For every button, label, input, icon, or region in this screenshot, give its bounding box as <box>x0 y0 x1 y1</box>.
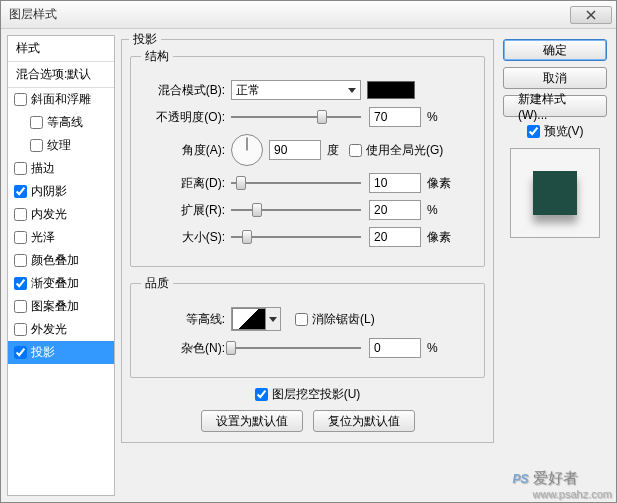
style-item-label: 斜面和浮雕 <box>31 91 91 108</box>
style-item-checkbox[interactable] <box>14 323 27 336</box>
angle-unit: 度 <box>327 142 339 159</box>
reset-default-button[interactable]: 复位为默认值 <box>313 410 415 432</box>
style-item-label: 颜色叠加 <box>31 252 79 269</box>
settings-panel: 投影 结构 混合模式(B): 正常 不透明度(O): <box>121 35 494 496</box>
style-item-label: 纹理 <box>47 137 71 154</box>
shadow-color-swatch[interactable] <box>367 81 415 99</box>
preview-input[interactable] <box>527 125 540 138</box>
style-item-label: 投影 <box>31 344 55 361</box>
spread-unit: % <box>427 203 438 217</box>
noise-slider[interactable] <box>231 339 361 357</box>
style-item-label: 光泽 <box>31 229 55 246</box>
style-item-checkbox[interactable] <box>14 208 27 221</box>
knockout-input[interactable] <box>255 388 268 401</box>
contour-picker[interactable] <box>231 307 281 331</box>
watermark: PS 爱好者 www.psahz.com <box>513 469 613 500</box>
noise-input[interactable]: 0 <box>369 338 421 358</box>
opacity-label: 不透明度(O): <box>141 109 225 126</box>
style-item-label: 渐变叠加 <box>31 275 79 292</box>
style-item[interactable]: 光泽 <box>8 226 114 249</box>
style-item-checkbox[interactable] <box>30 139 43 152</box>
style-item-label: 外发光 <box>31 321 67 338</box>
style-item[interactable]: 内发光 <box>8 203 114 226</box>
style-item[interactable]: 外发光 <box>8 318 114 341</box>
style-item-checkbox[interactable] <box>14 277 27 290</box>
style-item[interactable]: 投影 <box>8 341 114 364</box>
style-item-checkbox[interactable] <box>14 93 27 106</box>
angle-input[interactable]: 90 <box>269 140 321 160</box>
right-panel: 确定 取消 新建样式(W)... 预览(V) <box>500 35 610 496</box>
style-item[interactable]: 图案叠加 <box>8 295 114 318</box>
spread-input[interactable]: 20 <box>369 200 421 220</box>
set-default-button[interactable]: 设置为默认值 <box>201 410 303 432</box>
quality-legend: 品质 <box>141 275 173 292</box>
style-item-label: 等高线 <box>47 114 83 131</box>
global-light-checkbox[interactable]: 使用全局光(G) <box>349 142 443 159</box>
preview-box <box>510 148 600 238</box>
blending-options[interactable]: 混合选项:默认 <box>8 62 114 88</box>
contour-label: 等高线: <box>141 311 225 328</box>
close-button[interactable] <box>570 6 612 24</box>
window-title: 图层样式 <box>9 6 57 23</box>
contour-swatch-icon <box>232 308 266 330</box>
style-item-checkbox[interactable] <box>30 116 43 129</box>
chevron-down-icon <box>348 88 356 93</box>
close-icon <box>586 10 596 20</box>
style-item-checkbox[interactable] <box>14 300 27 313</box>
size-label: 大小(S): <box>141 229 225 246</box>
opacity-input[interactable]: 70 <box>369 107 421 127</box>
style-item-label: 内发光 <box>31 206 67 223</box>
opacity-unit: % <box>427 110 438 124</box>
style-item[interactable]: 纹理 <box>8 134 114 157</box>
opacity-slider[interactable] <box>231 108 361 126</box>
style-item-checkbox[interactable] <box>14 254 27 267</box>
style-item-label: 内阴影 <box>31 183 67 200</box>
antialias-checkbox[interactable]: 消除锯齿(L) <box>295 311 375 328</box>
quality-group: 品质 等高线: 消除锯齿(L) 杂色(N): <box>130 275 485 378</box>
chevron-down-icon <box>266 308 280 330</box>
angle-dial[interactable] <box>231 134 263 166</box>
noise-label: 杂色(N): <box>141 340 225 357</box>
antialias-input[interactable] <box>295 313 308 326</box>
distance-label: 距离(D): <box>141 175 225 192</box>
size-unit: 像素 <box>427 229 451 246</box>
layer-style-dialog: 图层样式 样式 混合选项:默认 斜面和浮雕等高线纹理描边内阴影内发光光泽颜色叠加… <box>0 0 617 503</box>
style-item[interactable]: 颜色叠加 <box>8 249 114 272</box>
style-item-label: 图案叠加 <box>31 298 79 315</box>
spread-label: 扩展(R): <box>141 202 225 219</box>
blend-mode-value: 正常 <box>236 82 260 99</box>
style-item[interactable]: 斜面和浮雕 <box>8 88 114 111</box>
size-slider[interactable] <box>231 228 361 246</box>
titlebar: 图层样式 <box>1 1 616 29</box>
style-item[interactable]: 渐变叠加 <box>8 272 114 295</box>
new-style-button[interactable]: 新建样式(W)... <box>503 95 607 117</box>
spread-slider[interactable] <box>231 201 361 219</box>
knockout-checkbox[interactable]: 图层挖空投影(U) <box>255 386 361 403</box>
style-item[interactable]: 内阴影 <box>8 180 114 203</box>
preview-checkbox[interactable]: 预览(V) <box>527 123 584 140</box>
blend-mode-label: 混合模式(B): <box>141 82 225 99</box>
style-item-checkbox[interactable] <box>14 185 27 198</box>
size-input[interactable]: 20 <box>369 227 421 247</box>
style-item-label: 描边 <box>31 160 55 177</box>
style-item-checkbox[interactable] <box>14 346 27 359</box>
angle-label: 角度(A): <box>141 142 225 159</box>
distance-input[interactable]: 10 <box>369 173 421 193</box>
cancel-button[interactable]: 取消 <box>503 67 607 89</box>
style-item-checkbox[interactable] <box>14 231 27 244</box>
distance-unit: 像素 <box>427 175 451 192</box>
noise-unit: % <box>427 341 438 355</box>
style-item-checkbox[interactable] <box>14 162 27 175</box>
structure-group: 结构 混合模式(B): 正常 不透明度(O): 70 % <box>130 48 485 267</box>
global-light-input[interactable] <box>349 144 362 157</box>
ok-button[interactable]: 确定 <box>503 39 607 61</box>
distance-slider[interactable] <box>231 174 361 192</box>
style-item[interactable]: 等高线 <box>8 111 114 134</box>
styles-header[interactable]: 样式 <box>8 36 114 62</box>
styles-list: 样式 混合选项:默认 斜面和浮雕等高线纹理描边内阴影内发光光泽颜色叠加渐变叠加图… <box>7 35 115 496</box>
style-item[interactable]: 描边 <box>8 157 114 180</box>
section-title: 投影 <box>129 31 161 48</box>
blend-mode-combo[interactable]: 正常 <box>231 80 361 100</box>
preview-swatch <box>533 171 577 215</box>
structure-legend: 结构 <box>141 48 173 65</box>
